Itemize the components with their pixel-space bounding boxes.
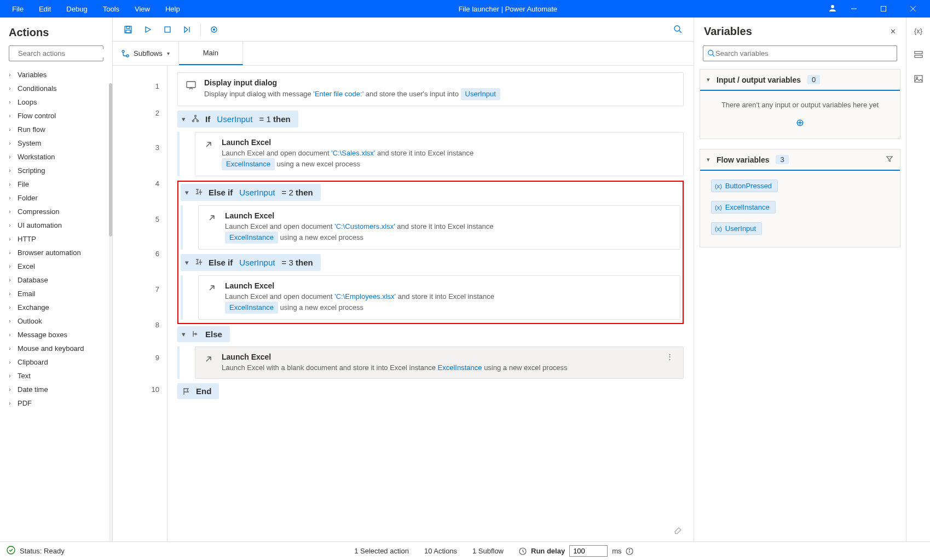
category-exchange[interactable]: ›Exchange: [4, 301, 108, 314]
action-launch-excel-1[interactable]: Launch Excel Launch Excel and open docum…: [195, 132, 684, 176]
eraser-icon[interactable]: [671, 522, 686, 537]
run-delay-input[interactable]: [569, 545, 608, 557]
category-system[interactable]: ›System: [4, 136, 108, 150]
search-variables-box[interactable]: [703, 45, 897, 61]
category-flow-control[interactable]: ›Flow control: [4, 109, 108, 123]
category-variables[interactable]: ›Variables: [4, 68, 108, 82]
category-ui-automation[interactable]: ›UI automation: [4, 218, 108, 232]
category-email[interactable]: ›Email: [4, 287, 108, 301]
category-loops[interactable]: ›Loops: [4, 95, 108, 109]
variables-title: Variables: [704, 25, 890, 38]
designer-area: Subflows ▾ Main 1 2 3 4 5 6 7 8 9 10: [113, 18, 694, 541]
record-button[interactable]: [205, 21, 223, 38]
close-button[interactable]: [900, 0, 926, 18]
variable-chip-excelinstance[interactable]: (x)ExcelInstance: [711, 201, 776, 213]
tab-main[interactable]: Main: [179, 42, 243, 65]
variable-chip-userinput[interactable]: (x)UserInput: [711, 222, 762, 235]
category-compression[interactable]: ›Compression: [4, 205, 108, 218]
account-icon[interactable]: [828, 4, 837, 14]
elseif-block-1[interactable]: ▾ Else if UserInput = 2 then: [181, 184, 321, 201]
stop-button[interactable]: [159, 21, 176, 38]
category-label: Workstation: [18, 153, 55, 161]
collapse-icon[interactable]: ▾: [182, 115, 186, 123]
action-more-icon[interactable]: ⋮: [664, 353, 675, 361]
category-run-flow[interactable]: ›Run flow: [4, 123, 108, 136]
step-button[interactable]: [178, 21, 196, 38]
svg-point-29: [7, 546, 15, 554]
info-icon[interactable]: [626, 547, 633, 555]
menu-bar: File Edit Debug Tools View Help: [4, 2, 188, 16]
category-folder[interactable]: ›Folder: [4, 191, 108, 205]
launch-icon: [206, 282, 217, 293]
action-display-input-dialog[interactable]: Display input dialog Display input dialo…: [177, 72, 684, 106]
save-button[interactable]: [119, 21, 137, 38]
collapse-icon[interactable]: ▾: [182, 330, 186, 338]
action-launch-excel-blank[interactable]: Launch Excel Launch Excel with a blank d…: [195, 347, 684, 379]
collapse-icon[interactable]: ▾: [185, 258, 189, 267]
collapse-icon[interactable]: ▾: [185, 188, 189, 197]
category-database[interactable]: ›Database: [4, 273, 108, 287]
search-actions-box[interactable]: [9, 45, 103, 61]
end-block[interactable]: End: [177, 383, 219, 399]
subflows-button[interactable]: Subflows ▾: [113, 42, 179, 65]
category-label: Exchange: [18, 303, 49, 311]
category-scripting[interactable]: ›Scripting: [4, 164, 108, 177]
category-pdf[interactable]: ›PDF: [4, 396, 108, 410]
category-label: Loops: [18, 98, 37, 106]
category-list[interactable]: ›Variables›Conditionals›Loops›Flow contr…: [0, 68, 112, 541]
chevron-right-icon: ›: [7, 168, 13, 174]
category-conditionals[interactable]: ›Conditionals: [4, 82, 108, 95]
title-bar: File Edit Debug Tools View Help File lau…: [0, 0, 930, 18]
chevron-right-icon: ›: [7, 154, 13, 160]
category-label: Outlook: [18, 317, 42, 325]
variables-rail-icon[interactable]: {x}: [910, 22, 927, 39]
category-mouse-and-keyboard[interactable]: ›Mouse and keyboard: [4, 342, 108, 355]
launch-icon: [203, 139, 214, 150]
elseif-block-2[interactable]: ▾ Else if UserInput = 3 then: [181, 254, 321, 271]
menu-view[interactable]: View: [127, 2, 158, 16]
category-excel[interactable]: ›Excel: [4, 259, 108, 273]
flow-variables-header[interactable]: ▾ Flow variables 3: [700, 149, 900, 171]
if-block[interactable]: ▾ If UserInput = 1 then: [177, 111, 298, 128]
variable-chip-buttonpressed[interactable]: (x)ButtonPressed: [711, 180, 778, 192]
maximize-button[interactable]: [871, 0, 896, 18]
images-rail-icon[interactable]: [910, 70, 927, 88]
ui-elements-rail-icon[interactable]: [910, 46, 927, 63]
menu-edit[interactable]: Edit: [31, 2, 59, 16]
category-label: Text: [18, 372, 31, 380]
filter-icon[interactable]: [886, 155, 893, 164]
chevron-right-icon: ›: [7, 181, 13, 187]
action-launch-excel-3[interactable]: Launch Excel Launch Excel and open docum…: [198, 275, 680, 320]
category-workstation[interactable]: ›Workstation: [4, 150, 108, 164]
category-label: Date time: [18, 385, 48, 394]
search-variables-input[interactable]: [715, 49, 892, 57]
run-button[interactable]: [139, 21, 157, 38]
search-actions-input[interactable]: [18, 49, 110, 57]
flow-canvas[interactable]: Display input dialog Display input dialo…: [167, 66, 694, 541]
category-text[interactable]: ›Text: [4, 369, 108, 383]
category-message-boxes[interactable]: ›Message boxes: [4, 328, 108, 342]
search-flow-button[interactable]: [669, 21, 687, 38]
chevron-right-icon: ›: [7, 250, 13, 256]
category-http[interactable]: ›HTTP: [4, 232, 108, 246]
menu-tools[interactable]: Tools: [95, 2, 127, 16]
add-io-variable-button[interactable]: ⊕: [708, 117, 892, 129]
close-panel-icon[interactable]: ✕: [890, 27, 896, 36]
category-label: Excel: [18, 262, 35, 270]
menu-file[interactable]: File: [4, 2, 31, 16]
category-file[interactable]: ›File: [4, 177, 108, 191]
flag-icon: [182, 387, 190, 396]
category-clipboard[interactable]: ›Clipboard: [4, 355, 108, 369]
svg-line-24: [713, 54, 715, 56]
action-launch-excel-2[interactable]: Launch Excel Launch Excel and open docum…: [198, 205, 680, 250]
category-date-time[interactable]: ›Date time: [4, 383, 108, 396]
minimize-button[interactable]: [841, 0, 867, 18]
menu-debug[interactable]: Debug: [59, 2, 95, 16]
category-outlook[interactable]: ›Outlook: [4, 314, 108, 328]
else-block[interactable]: ▾ Else: [177, 326, 230, 342]
io-variables-header[interactable]: ▾ Input / output variables 0: [700, 70, 900, 91]
category-browser-automation[interactable]: ›Browser automation: [4, 246, 108, 259]
chevron-right-icon: ›: [7, 126, 13, 132]
sidebar-scrollbar[interactable]: [109, 83, 112, 541]
menu-help[interactable]: Help: [158, 2, 188, 16]
